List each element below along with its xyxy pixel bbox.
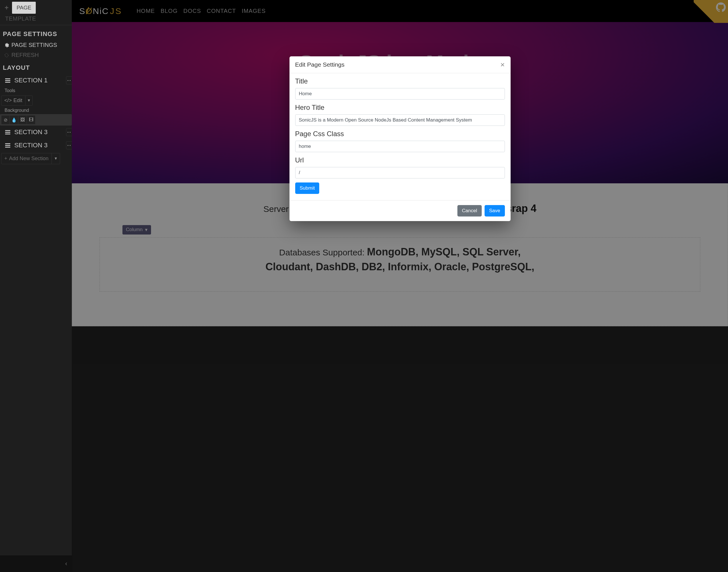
plus-icon: + [4,156,7,162]
add-section-dropdown[interactable]: ▾ [52,153,60,164]
chevron-left-icon: ‹ [65,560,67,567]
css-class-input[interactable] [295,141,505,152]
section-label: SECTION 1 [14,77,48,84]
main-area: S Ø NiC JS HOME BLOG DOCS CONTACT IMAGES… [72,0,728,572]
hero-title-input[interactable] [295,115,505,126]
css-class-label: Page Css Class [295,130,505,138]
add-section-button[interactable]: + Add New Section [1,153,52,164]
modal-title: Edit Page Settings [295,61,345,68]
cancel-button[interactable]: Cancel [457,205,482,216]
bg-video-button[interactable]: 🎞 [27,115,35,124]
edit-dropdown[interactable]: ▾ [25,95,32,105]
background-label: Background [0,107,72,114]
modal-body: Title Hero Title Page Css Class Url [289,73,511,200]
add-icon[interactable]: + [2,4,11,12]
modal-footer: Cancel Save [289,200,511,221]
tab-template[interactable]: TEMPLATE [0,15,72,25]
refresh-icon [4,53,9,58]
tab-page[interactable]: PAGE [12,2,36,14]
heading-layout: LAYOUT [0,60,72,74]
bg-none-button[interactable]: ⊘ [1,115,10,124]
edit-label: Edit [13,97,22,103]
background-toolbar: ⊘ 💧 🖼 🎞 [0,114,72,126]
edit-page-settings-modal: Edit Page Settings × Title Hero Title [289,56,511,221]
save-button[interactable]: Save [485,205,505,216]
bg-image-button[interactable]: 🖼 [18,115,27,124]
sidebar-item-label: PAGE SETTINGS [11,42,57,48]
sidebar-item-label: REFRESH [11,52,39,58]
add-section-label: Add New Section [9,156,49,162]
sidebar-item-refresh[interactable]: REFRESH [0,50,72,60]
drag-icon [5,130,10,134]
submit-button[interactable]: Submit [295,183,319,194]
code-icon: </> [4,97,12,103]
tools-label: Tools [0,87,72,94]
url-input[interactable] [295,167,505,178]
bg-color-button[interactable]: 💧 [10,115,18,124]
section-row-1[interactable]: SECTION 1 ⋯ [0,74,72,87]
section-row-3[interactable]: SECTION 3 ⋯ [0,139,72,152]
edit-button[interactable]: </> Edit [1,95,25,105]
sidebar-collapse[interactable]: ‹ [0,555,72,572]
gear-icon [4,43,9,48]
close-button[interactable]: × [500,61,505,68]
sidebar: + PAGE TEMPLATE PAGE SETTINGS PAGE SETTI… [0,0,72,572]
section-row-2[interactable]: SECTION 3 ⋯ [0,126,72,139]
drag-icon [5,143,10,148]
title-input[interactable] [295,88,505,99]
image-icon: 🖼 [20,117,25,123]
film-icon: 🎞 [29,117,33,123]
close-icon: × [500,60,505,69]
section-label: SECTION 3 [14,128,48,136]
hero-title-label: Hero Title [295,103,505,112]
modal-header: Edit Page Settings × [289,56,511,73]
section-label: SECTION 3 [14,142,48,149]
modal-wrap: Edit Page Settings × Title Hero Title [72,0,728,572]
divider [0,25,72,25]
sidebar-item-page-settings[interactable]: PAGE SETTINGS [0,40,72,50]
no-icon: ⊘ [4,117,7,123]
drag-icon [5,78,10,83]
url-label: Url [295,156,505,164]
drop-icon: 💧 [11,117,17,123]
title-label: Title [295,77,505,85]
heading-page-settings: PAGE SETTINGS [0,26,72,40]
